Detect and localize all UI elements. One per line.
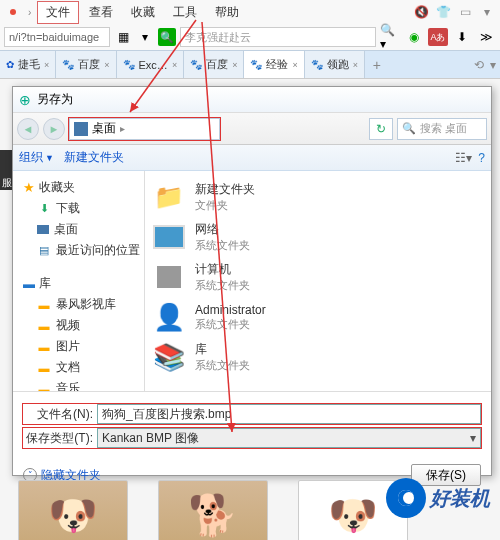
browser-tab[interactable]: ✿捷毛× — [0, 51, 56, 78]
chevron-right-icon: › — [24, 7, 35, 18]
browser-tab[interactable]: 🐾经验× — [244, 51, 304, 78]
file-title: 计算机 — [195, 261, 250, 278]
file-item[interactable]: 网络系统文件夹 — [149, 217, 487, 257]
dialog-search-input[interactable]: 🔍搜索 桌面 — [397, 118, 487, 140]
location-breadcrumb[interactable]: 桌面 ▸ — [69, 118, 220, 140]
chevron-down-icon[interactable]: ▾ — [478, 3, 496, 21]
folder-icon: ▬ — [37, 361, 51, 375]
filename-label: 文件名(N): — [23, 406, 93, 423]
sidebar-item-video-lib[interactable]: ▬暴风影视库 — [13, 294, 144, 315]
sidebar-libraries-header[interactable]: ▬库 — [13, 273, 144, 294]
folder-thumb-icon: 📁 — [151, 180, 187, 214]
menu-tools[interactable]: 工具 — [165, 2, 205, 23]
folder-icon: ▬ — [37, 319, 51, 333]
restore-tab-icon[interactable]: ⟲ — [474, 58, 484, 72]
menu-file[interactable]: 文件 — [37, 1, 79, 24]
tab-label: 百度 — [78, 57, 100, 72]
nav-sidebar: ★收藏夹 ⬇下载 桌面 ▤最近访问的位置 ▬库 ▬暴风影视库 ▬视频 ▬图片 ▬… — [13, 171, 145, 391]
file-item[interactable]: 📁新建文件夹文件夹 — [149, 177, 487, 217]
view-mode-icon[interactable]: ☷▾ — [455, 151, 472, 165]
sidebar-item-desktop[interactable]: 桌面 — [13, 219, 144, 240]
gallery-thumbnail[interactable]: 🐕 — [158, 480, 268, 540]
sidebar-item-videos[interactable]: ▬视频 — [13, 315, 144, 336]
browser-tab[interactable]: 🐾百度× — [184, 51, 244, 78]
translate-icon[interactable]: Aあ — [428, 28, 448, 46]
organize-menu[interactable]: 组织▼ — [19, 149, 54, 166]
tab-label: 经验 — [266, 57, 288, 72]
record-dot-icon — [10, 9, 16, 15]
folder-icon: ▬ — [37, 340, 51, 354]
url-input[interactable]: n/i?tn=baiduimage — [4, 27, 110, 47]
library-thumb-icon: 📚 — [151, 340, 187, 374]
tab-close-icon[interactable]: × — [292, 60, 297, 70]
download-folder-icon: ⬇ — [37, 202, 51, 216]
browser-chrome: › 文件 查看 收藏 工具 帮助 🔇 👕 ▭ ▾ n/i?tn=baiduima… — [0, 0, 500, 79]
browser-tab[interactable]: 🐾Exc…× — [117, 51, 185, 78]
sidebar-item-documents[interactable]: ▬文档 — [13, 357, 144, 378]
window-icon[interactable]: ▭ — [456, 3, 474, 21]
menu-bar: › 文件 查看 收藏 工具 帮助 🔇 👕 ▭ ▾ — [0, 0, 500, 24]
image-gallery: 🐶 🐕 🐶 — [18, 480, 408, 540]
tab-close-icon[interactable]: × — [232, 60, 237, 70]
filename-input[interactable]: 狗狗_百度图片搜索.bmp — [97, 404, 481, 424]
favicon-icon: 🐾 — [62, 59, 74, 70]
dialog-toolbar: 组织▼ 新建文件夹 ☷▾? — [13, 145, 491, 171]
file-list: 📁新建文件夹文件夹 网络系统文件夹 计算机系统文件夹 👤Administrato… — [145, 171, 491, 391]
sidebar-item-recent[interactable]: ▤最近访问的位置 — [13, 240, 144, 261]
file-title: 新建文件夹 — [195, 181, 255, 198]
sidebar-item-downloads[interactable]: ⬇下载 — [13, 198, 144, 219]
more-icon[interactable]: ≫ — [476, 28, 496, 46]
sidebar-item-music[interactable]: ▬音乐 — [13, 378, 144, 391]
menu-favorites[interactable]: 收藏 — [123, 2, 163, 23]
tab-menu-icon[interactable]: ▾ — [490, 58, 496, 72]
watermark-logo-icon — [386, 478, 426, 518]
shirt-icon[interactable]: 👕 — [434, 3, 452, 21]
tab-close-icon[interactable]: × — [104, 60, 109, 70]
tab-close-icon[interactable]: × — [172, 60, 177, 70]
file-item[interactable]: 计算机系统文件夹 — [149, 257, 487, 297]
computer-thumb-icon — [151, 260, 187, 294]
file-title: 网络 — [195, 221, 250, 238]
qr-icon[interactable]: ▦ — [114, 28, 132, 46]
watermark-text: 好装机 — [430, 485, 490, 512]
dropdown-icon[interactable]: ▾ — [136, 28, 154, 46]
favicon-icon: 🐾 — [190, 59, 202, 70]
help-icon[interactable]: ? — [478, 151, 485, 165]
search-icon[interactable]: 🔍 — [158, 28, 176, 46]
browser-tab[interactable]: 🐾百度× — [56, 51, 116, 78]
browser-tab[interactable]: 🐾领跑× — [305, 51, 365, 78]
file-sub: 系统文件夹 — [195, 317, 266, 332]
mute-icon[interactable]: 🔇 — [412, 3, 430, 21]
file-title: 库 — [195, 341, 250, 358]
search-input[interactable]: 李克强赶赴云 — [180, 27, 376, 47]
file-item[interactable]: 📚库系统文件夹 — [149, 337, 487, 377]
search-dd-icon[interactable]: 🔍▾ — [380, 28, 400, 46]
menu-help[interactable]: 帮助 — [207, 2, 247, 23]
tab-close-icon[interactable]: × — [353, 60, 358, 70]
tab-label: 百度 — [206, 57, 228, 72]
network-thumb-icon — [151, 220, 187, 254]
gallery-thumbnail[interactable]: 🐶 — [18, 480, 128, 540]
favicon-icon: 🐾 — [123, 59, 135, 70]
new-folder-button[interactable]: 新建文件夹 — [64, 149, 124, 166]
tab-close-icon[interactable]: × — [44, 60, 49, 70]
dialog-nav: ◄ ► 桌面 ▸ ↻ 🔍搜索 桌面 — [13, 113, 491, 145]
download-icon[interactable]: ⬇ — [452, 28, 472, 46]
sidebar-item-pictures[interactable]: ▬图片 — [13, 336, 144, 357]
file-sub: 系统文件夹 — [195, 238, 250, 253]
filetype-dropdown[interactable]: Kankan BMP 图像 — [97, 428, 481, 448]
shield-icon[interactable]: ◉ — [404, 28, 424, 46]
address-bar: n/i?tn=baiduimage ▦ ▾ 🔍 李克强赶赴云 🔍▾ ◉ Aあ ⬇… — [0, 24, 500, 50]
file-item[interactable]: 👤Administrator系统文件夹 — [149, 297, 487, 337]
nav-back-button[interactable]: ◄ — [17, 118, 39, 140]
menu-view[interactable]: 查看 — [81, 2, 121, 23]
new-tab-button[interactable]: + — [365, 51, 389, 78]
desktop-small-icon — [37, 225, 49, 234]
star-icon: ★ — [23, 180, 35, 195]
folder-icon: ▬ — [37, 298, 51, 312]
dialog-body: ★收藏夹 ⬇下载 桌面 ▤最近访问的位置 ▬库 ▬暴风影视库 ▬视频 ▬图片 ▬… — [13, 171, 491, 391]
refresh-button[interactable]: ↻ — [369, 118, 393, 140]
favicon-icon: 🐾 — [311, 59, 323, 70]
nav-forward-button[interactable]: ► — [43, 118, 65, 140]
sidebar-favorites-header[interactable]: ★收藏夹 — [13, 177, 144, 198]
